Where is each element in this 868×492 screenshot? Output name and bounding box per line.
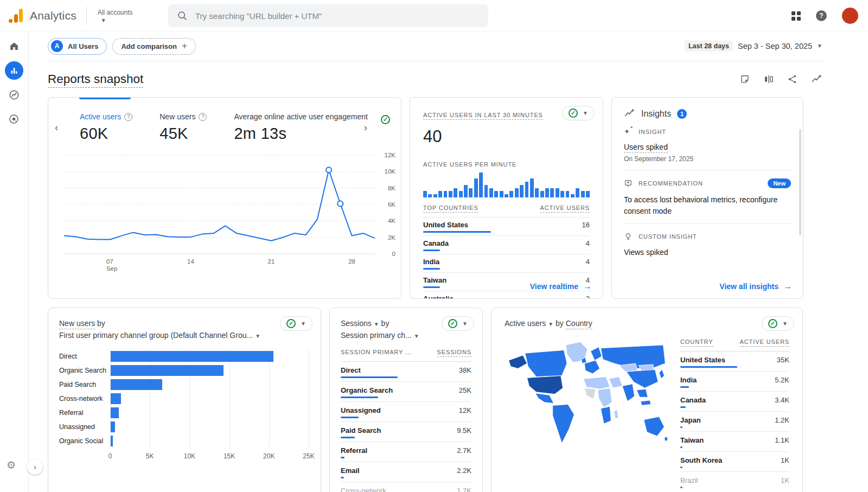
scrollbar[interactable]: [799, 129, 801, 235]
minute-bar: [438, 191, 442, 197]
tab-active-users[interactable]: Active users 60K: [80, 112, 132, 143]
help-circle-icon[interactable]: [199, 113, 207, 121]
dimension-selector[interactable]: Session primary ch...▼: [341, 331, 419, 340]
category-label: Paid Search: [59, 381, 110, 388]
bar-chart-reports-icon: [9, 65, 20, 76]
metric-selector[interactable]: Sessions▼: [341, 319, 379, 328]
custom-insight-section[interactable]: CUSTOM INSIGHT Views spiked: [624, 224, 791, 265]
minute-bar: [550, 188, 554, 197]
bar: [111, 436, 113, 446]
tab-new-users[interactable]: New users 45K: [159, 112, 207, 143]
category-label: Direct: [59, 353, 110, 360]
minute-bar: [505, 194, 508, 197]
insights-header: Insights 1: [624, 108, 791, 119]
minute-bar: [449, 191, 452, 197]
tab-avg-engagement[interactable]: Average online active user engagement 2m…: [234, 112, 367, 143]
bar-track: [110, 349, 310, 363]
data-quality-dropdown[interactable]: ▼: [562, 106, 595, 120]
bar-track: [110, 434, 310, 448]
share-icon[interactable]: [787, 74, 798, 85]
bar-track: [110, 392, 310, 406]
divider: [86, 7, 87, 25]
dimension-selector[interactable]: Country: [566, 319, 592, 329]
data-quality-dropdown[interactable]: ▼: [762, 316, 794, 331]
minute-bar: [576, 188, 579, 197]
advertising-target-icon: [8, 113, 20, 125]
countries-table-wrap: COUNTRY ACTIVE USERS United States35KInd…: [680, 331, 789, 491]
bar-track: [110, 420, 310, 434]
compare-reports-icon[interactable]: [763, 74, 774, 85]
date-range-picker[interactable]: Last 28 days Sep 3 - Sep 30, 2025 ▼: [685, 41, 822, 52]
insights-sparkline-icon: [624, 108, 635, 119]
row-label: Referral: [341, 446, 367, 455]
recommendation-section[interactable]: RECOMMENDATION New To access lost behavi…: [624, 170, 791, 224]
category-label: Cross-network: [59, 395, 110, 402]
table-row: United States35K: [680, 352, 789, 372]
row-label: Paid Search: [341, 426, 381, 435]
expand-nav-button[interactable]: ›: [27, 459, 43, 475]
row-bar: [341, 376, 398, 378]
table-row: Paid Search9.5K: [341, 422, 471, 442]
all-users-chip[interactable]: A All Users: [48, 38, 107, 55]
row-label: Email: [341, 467, 360, 475]
explore-icon: [8, 89, 20, 101]
insights-sparkline-icon[interactable]: [811, 74, 822, 85]
data-quality-check-icon[interactable]: [381, 115, 390, 124]
sidebar-item-home[interactable]: [5, 37, 23, 55]
chevron-down-icon: ▼: [414, 334, 419, 339]
plus-icon: +: [182, 41, 187, 52]
date-preset-badge: Last 28 days: [685, 41, 733, 52]
svg-text:8K: 8K: [388, 185, 395, 191]
carousel-next-icon[interactable]: ›: [364, 122, 367, 133]
data-quality-dropdown[interactable]: ▼: [280, 316, 312, 331]
sidebar-item-reports[interactable]: [5, 61, 23, 80]
data-quality-dropdown[interactable]: ▼: [442, 316, 474, 331]
row-value: 1K: [781, 476, 789, 484]
active-users-30min-value: 40: [423, 127, 590, 146]
chevron-down-icon: ▼: [817, 43, 822, 49]
add-comparison-button[interactable]: Add comparison +: [112, 38, 196, 55]
search-input[interactable]: [195, 11, 480, 21]
logo-area[interactable]: Analytics All accounts ▼: [9, 0, 133, 31]
avatar[interactable]: [842, 8, 858, 24]
search-bar[interactable]: [168, 4, 488, 27]
row-value: 1.7K: [457, 487, 471, 492]
row-value: 1K: [781, 456, 789, 464]
chevron-down-icon: ▼: [374, 322, 379, 327]
table-row: Direct38K: [341, 362, 471, 382]
row-label: Brazil: [680, 476, 698, 484]
analytics-logo-icon: [9, 9, 23, 23]
insight-subtitle: On September 17, 2025: [624, 155, 791, 163]
comparison-toolbar: A All Users Add comparison + Last 28 day…: [48, 31, 822, 61]
dimension-selector[interactable]: First user primary channel group (Defaul…: [59, 331, 260, 340]
settings-gear-icon[interactable]: ⚙: [7, 459, 16, 471]
view-realtime-link[interactable]: View realtime→: [530, 282, 592, 291]
chevron-down-icon: ▼: [301, 321, 306, 327]
row-bar: [341, 477, 344, 478]
sidebar-item-explore[interactable]: [5, 86, 23, 104]
insights-count-badge: 1: [677, 109, 687, 119]
per-minute-chart: [423, 172, 590, 197]
arrow-right-icon: →: [783, 282, 792, 291]
active-users-by-country-card: ▼ Active users▼ by Country: [491, 308, 803, 492]
category-label: Organic Search: [59, 367, 110, 374]
metric-selector[interactable]: Active users▼: [505, 319, 553, 328]
bar-row: Unassigned: [59, 420, 310, 434]
minute-bar: [581, 191, 585, 197]
row-label: United States: [423, 221, 491, 229]
account-switcher[interactable]: All accounts ▼: [98, 9, 133, 23]
note-icon[interactable]: [739, 74, 750, 85]
carousel-prev-icon[interactable]: ‹: [55, 122, 58, 133]
segment-chips: A All Users Add comparison +: [48, 38, 196, 55]
help-circle-icon[interactable]: [124, 113, 132, 121]
sidebar-item-advertising[interactable]: [5, 110, 23, 129]
view-all-insights-link[interactable]: View all insights→: [719, 282, 792, 291]
metric-tabs: Active users 60K New users 45K Average o…: [48, 98, 401, 143]
insight-section[interactable]: INSIGHT Users spiked On September 17, 20…: [624, 119, 791, 170]
appbar-actions: ?: [792, 0, 858, 31]
apps-grid-icon[interactable]: [792, 11, 801, 21]
bar-row: Paid Search: [59, 378, 310, 392]
row-bar: [680, 426, 682, 428]
row-label: Japan: [680, 416, 701, 424]
help-icon[interactable]: ?: [816, 10, 827, 21]
